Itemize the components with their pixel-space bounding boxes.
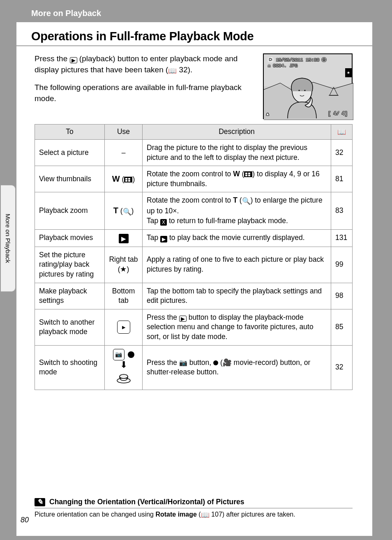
page: More on Playback Operations in Full-fram… bbox=[16, 4, 372, 536]
table-row: Playback zoom T (🔍) Rotate the zoom cont… bbox=[35, 192, 353, 229]
table-row: Set the picture rating/play back picture… bbox=[35, 247, 353, 283]
play-filled-icon: ▶ bbox=[160, 236, 167, 242]
thumbnail-icon bbox=[124, 177, 132, 182]
note-body: Picture orientation can be changed using… bbox=[35, 511, 353, 519]
camera-icon: 📷 bbox=[179, 359, 187, 366]
playback-mode-icon: ▶ bbox=[117, 321, 130, 334]
svg-point-5 bbox=[120, 374, 128, 378]
breadcrumb: More on Playback bbox=[31, 9, 101, 18]
camera-button-icon: 📷 bbox=[113, 349, 125, 360]
play-filled-icon: ▶ bbox=[119, 234, 129, 243]
movie-record-icon: 🎥 bbox=[223, 358, 232, 367]
star-icon: ★ bbox=[345, 68, 352, 77]
magnify-icon: 🔍 bbox=[242, 197, 251, 205]
intro-text: Press the ▶ (playback) button to enter p… bbox=[35, 53, 255, 119]
table-row: View thumbnails W () Rotate the zoom con… bbox=[35, 166, 353, 192]
title-rule bbox=[16, 46, 372, 46]
note-title: Changing the Orientation (Vertical/Horiz… bbox=[49, 498, 244, 506]
th-ref: 📖 bbox=[331, 125, 353, 140]
operations-table: To Use Description 📖 Select a picture – … bbox=[35, 124, 353, 390]
svg-point-3 bbox=[304, 90, 306, 91]
thumbnail-icon bbox=[244, 171, 252, 177]
th-desc: Description bbox=[143, 125, 331, 140]
book-icon: 📖 bbox=[337, 128, 346, 136]
down-arrow-icon: ⬇ bbox=[120, 362, 127, 367]
breadcrumb-bar: More on Playback bbox=[16, 4, 372, 22]
table-row: Switch to shooting mode 📷 ⬇ bbox=[35, 345, 353, 390]
table-row: Select a picture – Drag the picture to t… bbox=[35, 139, 353, 166]
th-use: Use bbox=[105, 125, 143, 140]
table-row: Playback movies ▶ Tap ▶ to play back the… bbox=[35, 229, 353, 247]
book-icon: 📖 bbox=[201, 511, 210, 519]
sidebar-label: More on Playback bbox=[5, 210, 12, 267]
page-title: Operations in Full-frame Playback Mode bbox=[31, 30, 357, 43]
th-to: To bbox=[35, 125, 105, 140]
shutter-icon bbox=[115, 369, 132, 386]
record-dot-icon bbox=[128, 351, 134, 358]
note-box: ✎ Changing the Orientation (Vertical/Hor… bbox=[35, 498, 353, 519]
side-tab: More on Playback bbox=[0, 185, 16, 292]
playback-icon: ▶ bbox=[70, 57, 77, 63]
page-number: 80 bbox=[21, 516, 29, 524]
svg-point-2 bbox=[299, 90, 300, 91]
close-icon: X bbox=[160, 219, 167, 226]
magnify-icon: 🔍 bbox=[123, 208, 131, 216]
table-row: Switch to another playback mode ▶ Press … bbox=[35, 309, 353, 345]
table-row: Make playback settings Bottom tab Tap th… bbox=[35, 283, 353, 309]
playback-icon: ▶ bbox=[179, 316, 187, 322]
record-dot-icon bbox=[213, 360, 218, 365]
note-pencil-icon: ✎ bbox=[35, 498, 45, 506]
lcd-preview: ▶15/05/2011 15:30ⓜ ⌂0004. JPG ★ ▲ [4/4] bbox=[263, 53, 353, 119]
book-icon: 📖 bbox=[168, 67, 177, 75]
